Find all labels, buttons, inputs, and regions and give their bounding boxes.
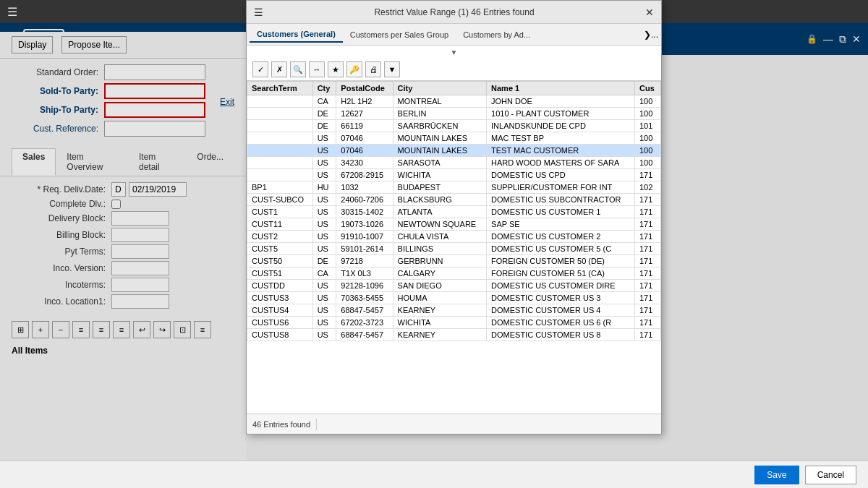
table-cell: T1X 0L3 [336,267,393,280]
modal-tab-arrow-icon[interactable]: ❯ [644,30,651,40]
table-cell: 19073-1026 [336,218,393,231]
table-cell: DOMESTIC US CUSTOMER 5 (C [487,243,635,255]
table-cell [247,169,313,181]
modal-entries-found: 46 Entries found [252,420,310,429]
table-header-row: SearchTerm Cty PostalCode City Name 1 Cu… [247,82,661,95]
table-cell: 171 [634,317,660,329]
table-row[interactable]: CUSTUS8US68847-5457KEARNEYDOMESTIC CUSTO… [247,329,661,341]
table-cell: CUST51 [247,267,313,280]
table-cell: 1010 - PLANT CUSTOMER [487,108,635,120]
table-cell: ATLANTA [393,206,486,218]
table-row[interactable]: CUST51CAT1X 0L3CALGARYFOREIGN CUSTOMER 5… [247,267,661,280]
table-cell: DOMESTIC US CUSTOMER 1 [487,206,635,218]
modal-tab-customers-sales-group[interactable]: Customers per Sales Group [343,27,456,42]
table-row[interactable]: CUSTDDUS92128-1096SAN DIEGODOMESTIC US C… [247,280,661,292]
table-cell: CA [312,267,336,280]
table-row[interactable]: CUSTUS3US70363-5455HOUMADOMESTIC CUSTOME… [247,292,661,304]
table-cell: H2L 1H2 [336,95,393,108]
table-cell: 07046 [336,132,393,145]
modal-confirm-button[interactable]: ✓ [252,61,268,77]
table-cell: DOMESTIC CUSTOMER US 8 [487,329,635,341]
table-cell: DOMESTIC CUSTOMER US 6 (R [487,317,635,329]
cancel-button[interactable]: Cancel [805,466,856,484]
table-row[interactable]: CUST50DE97218GERBRUNNFOREIGN CUSTOMER 50… [247,255,661,267]
modal-dropdown-button[interactable]: ▼ [384,61,400,77]
modal-search-button[interactable]: 🔍 [290,61,306,77]
table-cell: FOREIGN CUSTOMER 50 (DE) [487,255,635,267]
table-row[interactable]: BP1HU1032BUDAPESTSUPPLIER/CUSTOMER FOR I… [247,181,661,194]
modal-close-icon[interactable]: ✕ [645,7,654,18]
modal-hamburger-icon[interactable]: ☰ [254,7,263,18]
table-cell: 171 [634,292,660,304]
table-row[interactable]: US67208-2915WICHITADOMESTIC US CPD171 [247,169,661,181]
table-cell: 68847-5457 [336,329,393,341]
table-cell: HARD WOOD MASTERS OF SARA [487,157,635,169]
table-cell: TEST MAC CUSTOMER [487,145,635,157]
table-cell: DE [312,120,336,132]
table-cell: MOUNTAIN LAKES [393,132,486,145]
table-cell: SAN DIEGO [393,280,486,292]
modal-status-input[interactable] [323,420,655,429]
modal-results-table: SearchTerm Cty PostalCode City Name 1 Cu… [247,81,661,341]
table-cell: US [312,206,336,218]
modal-tab-customers-general[interactable]: Customers (General) [250,27,343,43]
table-cell: 171 [634,194,660,206]
table-row[interactable]: CUST1US30315-1402ATLANTADOMESTIC US CUST… [247,206,661,218]
table-cell: CUSTUS3 [247,292,313,304]
table-cell: US [312,231,336,243]
save-button[interactable]: Save [754,466,799,484]
table-cell: CUST11 [247,218,313,231]
table-row[interactable]: CUST5US59101-2614BILLINGSDOMESTIC US CUS… [247,243,661,255]
modal-cancel-button[interactable]: ✗ [271,61,287,77]
table-cell: BUDAPEST [393,181,486,194]
table-row[interactable]: DE66119SAARBRÜCKENINLANDSKUNDE DE CPD101 [247,120,661,132]
table-cell: KEARNEY [393,329,486,341]
table-cell [247,108,313,120]
modal-print-button[interactable]: 🖨 [365,61,381,77]
table-row[interactable]: US07046MOUNTAIN LAKESTEST MAC CUSTOMER10… [247,145,661,157]
table-cell: 171 [634,304,660,317]
table-cell: CUST1 [247,206,313,218]
table-cell: 102 [634,181,660,194]
table-cell: 171 [634,280,660,292]
table-cell: BP1 [247,181,313,194]
table-row[interactable]: US34230SARASOTAHARD WOOD MASTERS OF SARA… [247,157,661,169]
table-row[interactable]: CUST2US91910-1007CHULA VISTADOMESTIC US … [247,231,661,243]
table-cell: SARASOTA [393,157,486,169]
col-name1: Name 1 [487,82,635,95]
table-row[interactable]: US07046MOUNTAIN LAKESMAC TEST BP100 [247,132,661,145]
filter-icon[interactable]: ▼ [451,48,458,56]
table-cell: US [312,304,336,317]
table-cell: 12627 [336,108,393,120]
modal-bookmark-button[interactable]: ★ [328,61,344,77]
modal-table-container[interactable]: SearchTerm Cty PostalCode City Name 1 Cu… [247,81,661,414]
table-cell: SAP SE [487,218,635,231]
table-cell: MAC TEST BP [487,132,635,145]
table-cell: 67202-3723 [336,317,393,329]
table-row[interactable]: CUSTUS6US67202-3723WICHITADOMESTIC CUSTO… [247,317,661,329]
table-row[interactable]: CUSTUS4US68847-5457KEARNEYDOMESTIC CUSTO… [247,304,661,317]
table-cell: CUSTUS6 [247,317,313,329]
modal-tab-customers-ad[interactable]: Customers by Ad... [456,27,537,42]
modal-key-button[interactable]: 🔑 [346,61,362,77]
table-cell: DOMESTIC US CUSTOMER 2 [487,231,635,243]
modal-table-body: CAH2L 1H2MONTREALJOHN DOE100DE12627BERLI… [247,95,661,341]
col-postal-code: PostalCode [336,82,393,95]
modal-expand-button[interactable]: ↔ [309,61,325,77]
table-row[interactable]: DE12627BERLIN1010 - PLANT CUSTOMER100 [247,108,661,120]
table-row[interactable]: CUST-SUBCOUS24060-7206BLACKSBURGDOMESTIC… [247,194,661,206]
table-row[interactable]: CAH2L 1H2MONTREALJOHN DOE100 [247,95,661,108]
table-cell: 97218 [336,255,393,267]
table-cell: US [312,329,336,341]
modal-titlebar: ☰ Restrict Value Range (1) 46 Entries fo… [247,1,661,24]
modal-toolbar: ✓ ✗ 🔍 ↔ ★ 🔑 🖨 ▼ [247,59,661,81]
table-cell: BLACKSBURG [393,194,486,206]
table-cell: MOUNTAIN LAKES [393,145,486,157]
table-cell: 171 [634,243,660,255]
table-row[interactable]: CUST11US19073-1026NEWTOWN SQUARESAP SE17… [247,218,661,231]
table-cell: DOMESTIC US SUBCONTRACTOR [487,194,635,206]
modal-tab-dots[interactable]: ... [651,30,658,40]
table-cell: US [312,218,336,231]
table-cell: HU [312,181,336,194]
table-cell: US [312,157,336,169]
